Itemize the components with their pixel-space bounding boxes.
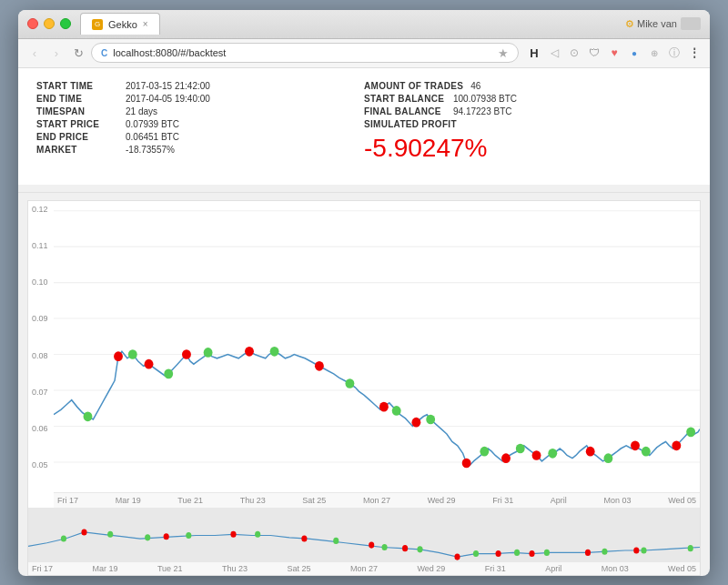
browser-icons: H ◁ ⊙ 🛡 ♥ ● ⊕ ⓘ ⋮ — [526, 45, 703, 61]
start-price-label: START PRICE — [36, 119, 118, 129]
stats-right: AMOUNT OF TRADES 46 START BALANCE 100.07… — [364, 81, 692, 163]
mini-chart-svg — [28, 509, 700, 562]
end-time-value: 2017-04-05 19:40:00 — [126, 94, 210, 104]
y-label-4: 0.08 — [32, 351, 48, 360]
nav-icon-4[interactable]: ● — [626, 45, 642, 61]
x-label-3: Thu 23 — [240, 496, 266, 505]
x-axis-mini: Fri 17 Mar 19 Tue 21 Thu 23 Sat 25 Mon 2… — [28, 562, 700, 575]
timespan-label: TIMESPAN — [36, 106, 118, 116]
bookmark-icon[interactable]: ★ — [498, 46, 509, 60]
mini-x-label-8: April — [545, 564, 561, 573]
main-chart-svg — [54, 201, 700, 492]
nav-icon-2[interactable]: ⊙ — [566, 45, 582, 61]
y-label-6: 0.06 — [32, 424, 48, 433]
shield-icon[interactable]: 🛡 — [586, 45, 602, 61]
minimize-button[interactable] — [44, 18, 55, 29]
x-label-7: Fri 31 — [492, 496, 513, 505]
stats-grid: START TIME 2017-03-15 21:42:00 END TIME … — [36, 81, 692, 163]
buy-dot — [345, 378, 354, 388]
buy-dot — [270, 347, 279, 357]
y-label-3: 0.09 — [32, 314, 48, 323]
x-label-6: Wed 29 — [428, 496, 456, 505]
stat-timespan: TIMESPAN 21 days — [36, 106, 364, 116]
sell-dot — [501, 453, 511, 463]
market-label: MARKET — [36, 145, 118, 155]
x-label-4: Sat 25 — [302, 496, 326, 505]
menu-icon[interactable]: ⋮ — [686, 45, 703, 61]
buy-dot — [548, 449, 557, 459]
svg-point-31 — [602, 548, 607, 554]
final-balance-label: FINAL BALANCE — [364, 106, 446, 116]
nav-icon-3[interactable]: ♥ — [606, 45, 622, 61]
reload-button[interactable]: ↻ — [69, 44, 87, 62]
market-value: -18.73557% — [126, 145, 175, 155]
buy-dot — [480, 446, 489, 456]
y-label-0: 0.12 — [32, 205, 48, 214]
sell-dot — [245, 347, 254, 357]
back-button[interactable]: ‹ — [25, 44, 44, 62]
traffic-lights — [27, 18, 71, 29]
svg-point-12 — [301, 535, 307, 541]
svg-point-15 — [454, 553, 460, 560]
final-balance-value: 94.17223 BTC — [453, 106, 512, 116]
maximize-button[interactable] — [60, 18, 71, 29]
address-bar[interactable]: C localhost:8080/#/backtest ★ — [91, 43, 519, 63]
tab-title: Gekko — [108, 19, 137, 30]
main-chart: 0.12 0.11 0.10 0.09 0.08 0.07 0.06 0.05 — [28, 201, 700, 492]
x-label-8: April — [551, 496, 567, 505]
y-label-5: 0.07 — [32, 388, 48, 397]
nav-icon-6[interactable]: ⓘ — [666, 45, 682, 61]
nav-icon-5[interactable]: ⊕ — [646, 45, 662, 61]
buy-dot — [603, 453, 612, 463]
buy-dot — [164, 368, 173, 378]
svg-point-14 — [402, 545, 408, 551]
end-time-label: END TIME — [36, 94, 118, 104]
mini-x-label-1: Mar 19 — [92, 564, 117, 573]
nav-bar: ‹ › ↻ C localhost:8080/#/backtest ★ H ◁ … — [18, 39, 710, 68]
sell-dot — [462, 458, 471, 468]
stat-final-balance: FINAL BALANCE 94.17223 BTC — [364, 106, 692, 116]
amount-trades-label: AMOUNT OF TRADES — [364, 81, 463, 91]
mini-x-label-5: Mon 27 — [350, 564, 378, 573]
svg-point-19 — [633, 547, 639, 553]
sell-dot — [586, 446, 595, 456]
svg-point-18 — [585, 549, 591, 555]
mini-x-label-10: Wed 05 — [668, 564, 696, 573]
mini-x-label-2: Tue 21 — [157, 564, 183, 573]
y-label-2: 0.10 — [32, 277, 48, 287]
stat-start-price: START PRICE 0.07939 BTC — [36, 119, 364, 129]
sell-dot — [315, 361, 324, 371]
svg-point-26 — [381, 543, 387, 550]
buy-dot — [516, 443, 525, 453]
svg-point-24 — [255, 530, 260, 537]
start-balance-value: 100.07938 BTC — [453, 94, 517, 104]
end-price-label: END PRICE — [36, 132, 118, 142]
mini-chart — [28, 508, 700, 562]
sell-dot — [672, 440, 681, 450]
tab-close-icon[interactable]: × — [143, 19, 148, 29]
window-controls[interactable] — [681, 17, 701, 30]
stat-start-balance: START BALANCE 100.07938 BTC — [364, 94, 692, 104]
browser-tab[interactable]: G Gekko × — [80, 13, 160, 35]
forward-button[interactable]: › — [47, 44, 66, 62]
svg-point-20 — [61, 535, 66, 541]
url-text: localhost:8080/#/backtest — [113, 47, 492, 58]
start-time-label: START TIME — [36, 81, 118, 91]
h-icon[interactable]: H — [526, 45, 542, 61]
svg-point-30 — [544, 549, 550, 555]
start-price-value: 0.07939 BTC — [126, 119, 179, 129]
svg-point-28 — [473, 550, 479, 557]
browser-window: G Gekko × ⚙ Mike van ‹ › ↻ C localhost:8… — [18, 10, 710, 576]
svg-point-11 — [230, 530, 236, 537]
buy-dot — [426, 414, 435, 424]
svg-point-25 — [333, 537, 339, 543]
start-balance-label: START BALANCE — [364, 94, 446, 104]
buy-dot — [686, 427, 695, 437]
svg-rect-8 — [28, 509, 700, 562]
stat-end-time: END TIME 2017-04-05 19:40:00 — [36, 94, 364, 104]
close-button[interactable] — [27, 18, 38, 29]
x-label-5: Mon 27 — [363, 496, 390, 505]
sell-dot — [145, 358, 154, 368]
nav-icon-1[interactable]: ◁ — [546, 45, 562, 61]
amount-trades-value: 46 — [470, 81, 480, 91]
